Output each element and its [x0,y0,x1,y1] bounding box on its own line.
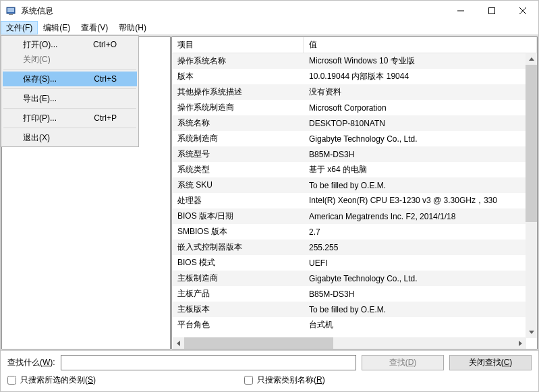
menu-exit[interactable]: 退出(X) [3,130,137,145]
cell-item: 主板产品 [172,288,304,300]
cell-item: 操作系统名称 [172,55,304,67]
table-row[interactable]: 主板产品B85M-DS3H [172,286,537,302]
minimize-icon [457,7,464,14]
table-row[interactable]: 系统 SKUTo be filled by O.E.M. [172,177,537,193]
menu-save-label: 保存(S)... [23,74,80,85]
only-category-names-checkbox[interactable]: 只搜索类别名称(R) [244,374,325,386]
menu-separator [3,108,136,109]
column-header: 项目 值 [172,37,537,53]
menu-help[interactable]: 帮助(H) [113,21,152,34]
menu-print[interactable]: 打印(P)... Ctrl+P [3,111,137,125]
search-input[interactable] [61,355,356,370]
horizontal-scrollbar[interactable] [173,337,526,349]
table-row[interactable]: 操作系统制造商Microsoft Corporation [172,100,537,115]
table-row[interactable]: 版本10.0.19044 内部版本 19044 [172,69,537,84]
menu-view-label: 查看(V) [81,22,108,34]
cell-value: Gigabyte Technology Co., Ltd. [304,274,537,283]
cell-item: 嵌入式控制器版本 [172,242,304,253]
menu-print-shortcut: Ctrl+P [94,113,117,123]
titlebar: 系统信息 [1,1,538,21]
cell-value: Microsoft Windows 10 专业版 [304,55,537,67]
table-row[interactable]: SMBIOS 版本2.7 [172,224,537,240]
menu-save-shortcut: Ctrl+S [94,74,117,84]
menu-save[interactable]: 保存(S)... Ctrl+S [3,72,137,86]
menu-open-label: 打开(O)... [23,39,80,51]
svg-rect-1 [7,8,14,12]
find-button[interactable]: 查找(D) [362,355,444,370]
vertical-scrollbar[interactable] [526,53,537,338]
scroll-up-icon[interactable] [526,53,537,65]
table-row[interactable]: 操作系统名称Microsoft Windows 10 专业版 [172,53,537,69]
table-row[interactable]: 系统型号B85M-DS3H [172,146,537,162]
cell-item: 系统制造商 [172,133,304,144]
checkbox-input[interactable] [7,376,16,385]
menu-export[interactable]: 导出(E)... [3,91,137,106]
table-row[interactable]: 主板制造商Gigabyte Technology Co., Ltd. [172,271,537,286]
svg-rect-4 [489,8,495,14]
cell-value: To be filled by O.E.M. [304,305,537,314]
maximize-button[interactable] [476,1,507,21]
cell-item: 主板版本 [172,304,304,315]
column-item[interactable]: 项目 [172,37,304,53]
cell-value: American Megatrends Inc. F2, 2014/1/18 [304,212,537,221]
menu-open-shortcut: Ctrl+O [93,40,117,49]
menu-edit[interactable]: 编辑(E) [38,21,76,34]
scroll-thumb[interactable] [184,337,333,349]
cell-item: 系统名称 [172,117,304,129]
scroll-down-icon[interactable] [526,327,537,338]
menu-view[interactable]: 查看(V) [76,21,113,34]
maximize-icon [488,7,495,14]
menu-file[interactable]: 文件(F) [1,21,38,34]
table-row[interactable]: 主板版本To be filled by O.E.M. [172,302,537,317]
checkbox-input[interactable] [244,376,253,385]
cell-item: 主板制造商 [172,273,304,284]
cell-item: 系统类型 [172,164,304,175]
menu-export-label: 导出(E)... [23,93,117,105]
svg-marker-8 [529,331,534,334]
cell-item: 操作系统制造商 [172,102,304,113]
search-bar: 查找什么(W): 查找(D) 关闭查找(C) 只搜索所选的类别(S) 只搜索类别… [1,350,538,391]
app-icon [6,5,17,16]
table-row[interactable]: 嵌入式控制器版本255.255 [172,240,537,255]
minimize-button[interactable] [445,1,476,21]
scroll-track[interactable] [184,337,515,349]
scroll-track[interactable] [526,65,537,327]
table-row[interactable]: BIOS 版本/日期American Megatrends Inc. F2, 2… [172,208,537,224]
cell-value: 基于 x64 的电脑 [304,164,537,175]
cell-value: DESKTOP-810NATN [304,119,537,128]
cell-value: 10.0.19044 内部版本 19044 [304,71,537,82]
search-label: 查找什么(W): [7,357,55,368]
table-row[interactable]: 系统制造商Gigabyte Technology Co., Ltd. [172,131,537,146]
close-button[interactable] [507,1,538,21]
scroll-thumb[interactable] [526,65,537,222]
cell-item: SMBIOS 版本 [172,226,304,237]
table-row[interactable]: 其他操作系统描述没有资料 [172,84,537,100]
table-row[interactable]: 平台角色台式机 [172,317,537,333]
cell-value: 255.255 [304,243,537,252]
menu-exit-label: 退出(X) [23,132,117,144]
details-wrap: 项目 值 操作系统名称Microsoft Windows 10 专业版版本10.… [171,36,538,350]
close-icon [519,7,526,14]
cell-item: 其他操作系统描述 [172,86,304,98]
file-dropdown: 打开(O)... Ctrl+O 关闭(C) 保存(S)... Ctrl+S 导出… [1,35,139,147]
cell-value: 没有资料 [304,86,537,98]
table-row[interactable]: 系统名称DESKTOP-810NATN [172,115,537,131]
window-buttons [445,1,538,21]
cell-value: B85M-DS3H [304,150,537,159]
table-row[interactable]: 系统类型基于 x64 的电脑 [172,162,537,177]
table-row[interactable]: BIOS 模式UEFI [172,255,537,271]
scroll-right-icon[interactable] [515,337,526,349]
menu-help-label: 帮助(H) [119,22,146,34]
menu-separator [3,128,136,128]
menu-close-label: 关闭(C) [23,54,117,65]
menu-open[interactable]: 打开(O)... Ctrl+O [3,37,137,52]
svg-rect-2 [9,14,13,15]
menu-print-label: 打印(P)... [23,113,80,124]
cell-value: UEFI [304,258,537,268]
scroll-left-icon[interactable] [173,337,184,349]
close-find-button[interactable]: 关闭查找(C) [449,355,532,370]
only-selected-category-checkbox[interactable]: 只搜索所选的类别(S) [7,374,96,386]
column-value[interactable]: 值 [304,37,537,53]
table-row[interactable]: 处理器Intel(R) Xeon(R) CPU E3-1230 v3 @ 3.3… [172,193,537,208]
menubar: 文件(F) 编辑(E) 查看(V) 帮助(H) 打开(O)... Ctrl+O … [1,21,538,35]
